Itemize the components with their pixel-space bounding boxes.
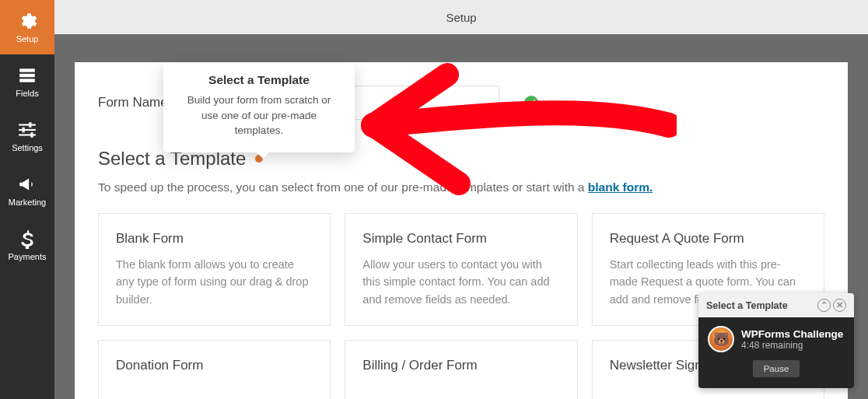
template-desc: The blank form allows you to create any … [116,256,313,308]
gear-icon [17,11,37,31]
sliders-icon [17,120,37,140]
sidebar-item-label: Setup [16,34,39,44]
svg-rect-0 [19,68,35,72]
sidebar-item-label: Settings [12,143,43,152]
tooltip-body: Build your form from scratch or use one … [177,93,341,138]
dollar-icon [17,229,37,249]
blank-form-link[interactable]: blank form. [588,180,653,194]
svg-rect-2 [19,79,35,82]
bullhorn-icon [17,174,37,194]
template-title: Request A Quote Form [610,231,807,247]
template-title: Blank Form [116,231,313,247]
challenge-widget: Select a Template ⌃ ✕ 🐻 WPForms Challeng… [698,293,854,388]
svg-rect-7 [23,128,25,133]
template-title: Donation Form [116,358,313,373]
topbar: Setup [54,0,868,34]
svg-rect-1 [19,74,35,77]
tooltip-popover: Select a Template Build your form from s… [163,62,355,152]
sidebar-item-marketing[interactable]: Marketing [0,163,54,218]
template-title: Billing / Order Form [362,358,559,373]
template-card[interactable]: Simple Contact Form Allow your users to … [345,213,577,326]
challenge-header: Select a Template ⌃ ✕ [698,293,854,317]
template-card[interactable]: Blank Form The blank form allows you to … [98,213,331,326]
sidebar-item-setup[interactable]: Setup [0,0,54,54]
svg-rect-6 [29,122,31,128]
svg-rect-4 [19,129,36,131]
template-desc: Allow your users to contact you with thi… [362,256,559,308]
svg-rect-3 [19,124,36,125]
challenge-subtitle: 4:48 remaining [741,340,843,351]
svg-rect-5 [19,134,36,135]
challenge-body: 🐻 WPForms Challenge 4:48 remaining Pause [698,317,854,388]
form-name-label: Form Name [98,95,168,110]
svg-rect-8 [30,132,33,138]
close-icon[interactable]: ✕ [833,299,846,312]
sidebar-item-fields[interactable]: Fields [0,54,54,109]
template-card[interactable]: Billing / Order Form [345,340,577,399]
challenge-header-text: Select a Template [706,300,788,311]
template-title: Simple Contact Form [362,231,559,247]
sidebar-item-settings[interactable]: Settings [0,109,54,163]
sidebar-item-label: Fields [16,89,38,98]
section-lead: To speed up the process, you can select … [98,180,824,194]
challenge-title: WPForms Challenge [741,328,843,340]
challenge-avatar: 🐻 [708,326,734,352]
list-icon [17,65,37,86]
pause-button[interactable]: Pause [753,360,800,377]
page-title: Setup [446,11,476,24]
sidebar-item-label: Marketing [9,198,46,207]
sidebar-item-label: Payments [9,252,47,261]
sidebar: Setup Fields Settings Marketing Payments [0,0,54,399]
collapse-icon[interactable]: ⌃ [817,299,831,312]
check-icon [524,96,538,110]
sidebar-item-payments[interactable]: Payments [0,218,54,272]
tooltip-title: Select a Template [177,73,341,87]
template-card[interactable]: Donation Form [98,340,331,399]
